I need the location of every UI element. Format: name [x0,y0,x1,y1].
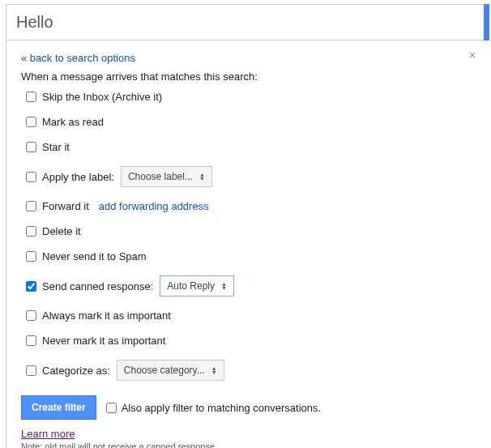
search-value: Hello [16,13,53,31]
apply-label-checkbox[interactable] [26,172,36,182]
categorize-label: Categorize as: [42,365,110,377]
create-filter-button[interactable]: Create filter [21,395,96,420]
delete-it-label: Delete it [42,225,81,237]
options-list: Skip the Inbox (Archive it) Mark as read… [21,91,469,381]
option-never-spam: Never send it to Spam [26,250,469,262]
learn-more-link[interactable]: Learn more [21,428,75,440]
always-important-checkbox[interactable] [26,310,36,321]
option-categorize: Categorize as: Choose category... ▲▼ [26,360,469,381]
option-always-important: Always mark it as important [26,309,469,322]
option-delete-it: Delete it [26,225,469,237]
apply-label-label: Apply the label: [42,171,114,183]
option-skip-inbox: Skip the Inbox (Archive it) [26,91,469,103]
categorize-select[interactable]: Choose category... ▲▼ [117,360,224,381]
mark-read-checkbox[interactable] [26,117,36,127]
updown-icon: ▲▼ [221,282,227,290]
close-icon[interactable]: × [469,49,476,62]
updown-icon: ▲▼ [211,366,217,374]
also-apply-label: Also apply filter to matching conversati… [122,402,321,414]
never-spam-checkbox[interactable] [26,251,36,262]
apply-label-select[interactable]: Choose label... ▲▼ [121,166,212,187]
never-important-checkbox[interactable] [26,335,36,346]
also-apply-row: Also apply filter to matching conversati… [106,402,321,414]
back-to-search-link[interactable]: « back to search options [21,52,135,64]
search-button-edge[interactable] [484,4,489,41]
forward-it-label: Forward it [42,200,89,212]
send-canned-select-text: Auto Reply [167,280,215,292]
option-never-important: Never mark it as important [26,335,469,347]
never-spam-label: Never send it to Spam [42,250,147,262]
categorize-checkbox[interactable] [26,365,36,376]
delete-it-checkbox[interactable] [26,226,36,237]
updown-icon: ▲▼ [199,173,205,181]
skip-inbox-label: Skip the Inbox (Archive it) [42,91,162,103]
option-forward-it: Forward it add forwarding address [26,200,469,212]
star-it-label: Star it [42,141,70,153]
add-forwarding-link[interactable]: add forwarding address [99,200,209,212]
star-it-checkbox[interactable] [26,142,36,152]
search-bar[interactable]: Hello [6,4,484,41]
option-send-canned: Send canned response: Auto Reply ▲▼ [26,275,469,297]
send-canned-select[interactable]: Auto Reply ▲▼ [160,275,234,297]
send-canned-checkbox[interactable] [26,281,36,292]
apply-label-select-text: Choose label... [128,171,193,182]
option-mark-read: Mark as read [26,116,469,128]
intro-text: When a message arrives that matches this… [21,70,469,83]
note-text: Note: old mail will not receive a canned… [21,442,469,448]
categorize-select-text: Choose category... [124,365,205,376]
forward-it-checkbox[interactable] [26,201,36,211]
send-canned-label: Send canned response: [42,280,153,292]
skip-inbox-checkbox[interactable] [26,92,36,102]
also-apply-checkbox[interactable] [106,403,117,413]
filter-panel: × « back to search options When a messag… [6,41,484,448]
option-star-it: Star it [26,141,469,153]
always-important-label: Always mark it as important [42,309,171,322]
never-important-label: Never mark it as important [42,335,165,347]
mark-read-label: Mark as read [42,116,104,128]
option-apply-label: Apply the label: Choose label... ▲▼ [26,166,469,187]
bottom-row: Create filter Also apply filter to match… [21,395,469,420]
